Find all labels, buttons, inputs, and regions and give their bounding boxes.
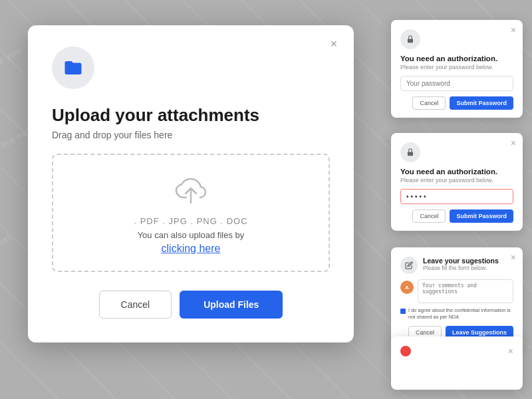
suggestion-modal: × Leave your sugestions Please fill the … xyxy=(391,247,523,347)
upload-modal-close[interactable]: × xyxy=(326,36,342,52)
auth-modal-1-close[interactable]: × xyxy=(511,25,516,35)
auth-modal-1-cancel[interactable]: Cancel xyxy=(412,96,446,110)
modal-title: Upload your attachments xyxy=(52,105,330,126)
pencil-icon xyxy=(405,261,413,269)
suggest-subtitle: Please fill the form below xyxy=(423,265,499,271)
lock-icon-wrap-2 xyxy=(400,142,420,162)
modal-subtitle: Drag and drop your files here xyxy=(52,130,330,140)
auth-modal-2-title: You need an authorization. xyxy=(400,168,513,176)
suggestion-textarea[interactable] xyxy=(418,279,513,303)
bottom-modal-top: × xyxy=(400,346,513,356)
auth-modal-1-subtitle: Please enter your password below. xyxy=(400,64,513,70)
lock-icon-2 xyxy=(406,148,415,157)
red-dot-icon xyxy=(400,346,411,356)
nda-checkbox[interactable] xyxy=(400,309,406,314)
bottom-modal: × xyxy=(391,336,523,390)
bottom-modal-close[interactable]: × xyxy=(508,346,513,356)
auth-modal-1-input[interactable] xyxy=(400,76,513,91)
auth-modal-1-buttons: Cancel Submit Password xyxy=(400,96,513,110)
click-text: You can also upload files by xyxy=(138,230,245,240)
suggest-body: A xyxy=(400,279,513,303)
auth-modal-2-submit[interactable]: Submit Password xyxy=(450,209,513,223)
file-types-label: . PDF . JPG . PNG . DOC xyxy=(134,216,247,226)
suggest-title-group: Leave your sugestions Please fill the fo… xyxy=(423,257,499,271)
folder-icon-wrap xyxy=(52,47,94,89)
lock-icon-wrap-1 xyxy=(400,29,420,49)
user-avatar: A xyxy=(400,281,414,294)
auth-modal-2-input[interactable] xyxy=(400,189,513,204)
suggest-checkbox-row: I do agree about the confidential inform… xyxy=(400,307,513,321)
upload-modal: × Upload your attachments Drag and drop … xyxy=(28,25,354,342)
svg-rect-0 xyxy=(408,39,413,43)
auth-modal-2-cancel[interactable]: Cancel xyxy=(412,209,446,223)
auth-modal-1-title: You need an authorization. xyxy=(400,55,513,63)
upload-cloud-icon xyxy=(174,176,208,208)
auth-modal-2-buttons: Cancel Submit Password xyxy=(400,209,513,223)
click-here-link[interactable]: clicking here xyxy=(162,243,221,255)
auth-modal-1-submit[interactable]: Submit Password xyxy=(450,96,513,110)
nda-checkbox-label: I do agree about the confidential inform… xyxy=(408,307,513,321)
suggest-title: Leave your sugestions xyxy=(423,257,499,265)
folder-icon xyxy=(63,58,83,78)
suggest-header: Leave your sugestions Please fill the fo… xyxy=(400,257,513,274)
auth-modal-1: × You need an authorization. Please ente… xyxy=(391,20,523,118)
auth-modal-2-close[interactable]: × xyxy=(511,138,516,148)
auth-modal-2: × You need an authorization. Please ente… xyxy=(391,133,523,231)
cancel-button[interactable]: Cancel xyxy=(99,291,172,319)
upload-button[interactable]: Upload Files xyxy=(180,291,283,319)
svg-rect-1 xyxy=(408,152,413,156)
modal-action-buttons: Cancel Upload Files xyxy=(52,291,330,319)
lock-icon-1 xyxy=(406,35,415,44)
suggestion-modal-close[interactable]: × xyxy=(511,253,516,262)
pencil-icon-wrap xyxy=(400,257,418,274)
drop-zone[interactable]: . PDF . JPG . PNG . DOC You can also upl… xyxy=(52,154,330,272)
auth-modal-2-subtitle: Please enter your password below. xyxy=(400,177,513,184)
